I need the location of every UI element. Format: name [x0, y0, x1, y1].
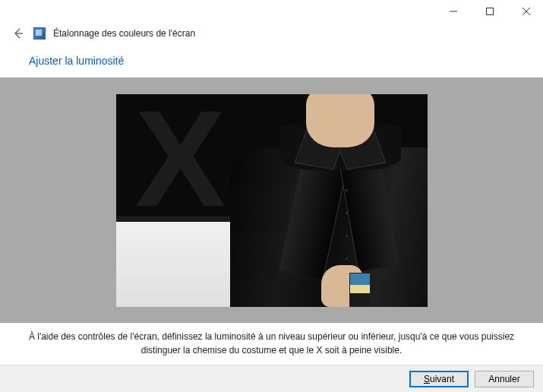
window-title: Étalonnage des couleurs de l'écran	[53, 28, 195, 39]
minimize-button[interactable]	[443, 2, 464, 21]
maximize-button[interactable]	[479, 2, 500, 21]
close-button[interactable]	[516, 2, 537, 21]
back-button[interactable]	[11, 26, 26, 41]
button-bar: Suivant Annuler	[0, 365, 543, 392]
page-heading: Ajuster la luminosité	[0, 47, 543, 77]
svg-rect-1	[487, 8, 494, 15]
titlebar	[0, 0, 543, 23]
person-silhouette	[238, 94, 428, 307]
next-button[interactable]: Suivant	[409, 371, 469, 387]
white-panel	[116, 216, 249, 307]
app-icon	[33, 27, 46, 40]
image-area: X	[0, 77, 543, 323]
cancel-button[interactable]: Annuler	[475, 371, 534, 387]
header: Étalonnage des couleurs de l'écran	[0, 23, 543, 47]
calibration-x-mark: X	[135, 106, 242, 220]
calibration-image: X	[116, 94, 428, 307]
instruction-text: À l'aide des contrôles de l'écran, défin…	[0, 323, 543, 365]
